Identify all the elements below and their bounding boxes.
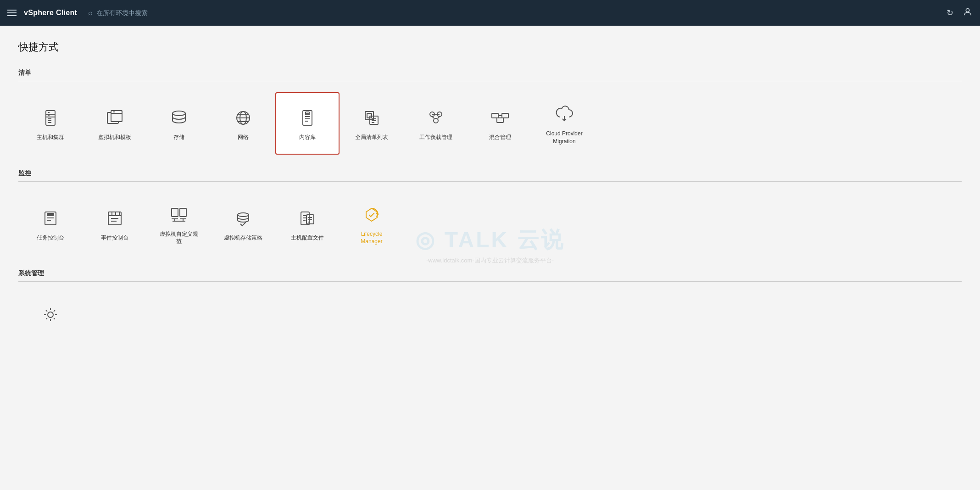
- item-cloud-provider[interactable]: Cloud ProviderMigration: [532, 92, 596, 155]
- label-workload-mgmt: 工作负载管理: [419, 134, 452, 141]
- jiankong-grid: 任务控制台 事件控制台: [18, 193, 962, 255]
- label-cloud-provider: Cloud ProviderMigration: [546, 130, 582, 145]
- item-network[interactable]: 网络: [211, 92, 275, 155]
- item-system-placeholder[interactable]: [18, 293, 83, 340]
- item-vm-storage-policy[interactable]: 虚拟机存储策略: [211, 193, 275, 255]
- item-lifecycle-manager[interactable]: LifecycleManager: [340, 193, 404, 255]
- section-label-jiankong: 监控: [18, 169, 962, 178]
- section-label-qingdan: 清单: [18, 69, 962, 77]
- label-global-inventory: 全局清单列表: [355, 134, 388, 141]
- label-network: 网络: [238, 134, 249, 141]
- label-content-library: 内容库: [299, 134, 316, 141]
- topbar: vSphere Client ⌕ ↻: [0, 0, 980, 26]
- qingdan-grid: 主机和集群 虚拟机和模板 存储: [18, 92, 962, 155]
- item-host-profiles[interactable]: 主机配置文件: [275, 193, 340, 255]
- label-task-console: 任务控制台: [37, 234, 64, 242]
- svg-point-74: [48, 312, 53, 317]
- item-hosts-clusters[interactable]: 主机和集群: [18, 92, 83, 155]
- divider-jiankong: [18, 181, 962, 182]
- xitong-grid: [18, 293, 962, 340]
- label-hybrid-mgmt: 混合管理: [489, 134, 511, 141]
- section-jiankong: 监控 任务控制台: [18, 169, 962, 255]
- item-content-library[interactable]: 内容库: [275, 92, 340, 155]
- label-host-profiles: 主机配置文件: [291, 234, 324, 242]
- svg-rect-41: [497, 118, 503, 122]
- search-icon: ⌕: [88, 9, 93, 17]
- item-storage[interactable]: 存储: [147, 92, 211, 155]
- svg-rect-20: [303, 111, 312, 125]
- svg-point-14: [173, 111, 185, 116]
- section-label-xitong: 系统管理: [18, 269, 962, 278]
- label-vm-storage-policy: 虚拟机存储策略: [224, 234, 262, 242]
- app-title: vSphere Client: [24, 9, 77, 17]
- menu-icon[interactable]: [7, 10, 17, 16]
- topbar-right: ↻: [947, 7, 973, 19]
- label-storage: 存储: [173, 134, 184, 141]
- svg-rect-40: [502, 113, 508, 118]
- user-icon[interactable]: [963, 7, 973, 19]
- svg-rect-39: [492, 113, 498, 118]
- item-global-inventory[interactable]: 全局清单列表: [340, 92, 404, 155]
- svg-rect-57: [172, 208, 178, 217]
- label-vms-templates: 虚拟机和模板: [98, 134, 131, 141]
- page-title: 快捷方式: [18, 40, 962, 54]
- label-vm-custom-rules: 虚拟机自定义规范: [160, 230, 198, 246]
- svg-point-0: [966, 8, 969, 11]
- svg-rect-10: [111, 111, 122, 122]
- refresh-icon[interactable]: ↻: [947, 8, 953, 18]
- item-workload-mgmt[interactable]: 工作负载管理: [404, 92, 468, 155]
- label-hosts-clusters: 主机和集群: [37, 134, 64, 141]
- item-vm-custom-rules[interactable]: 虚拟机自定义规范: [147, 193, 211, 255]
- label-lifecycle-manager: LifecycleManager: [361, 230, 382, 246]
- svg-line-37: [438, 117, 440, 118]
- label-event-console: 事件控制台: [101, 234, 128, 242]
- svg-rect-58: [180, 208, 186, 217]
- svg-rect-49: [47, 213, 54, 215]
- svg-marker-73: [366, 208, 377, 221]
- divider-qingdan: [18, 81, 962, 81]
- search-input[interactable]: [96, 9, 188, 17]
- item-hybrid-mgmt[interactable]: 混合管理: [468, 92, 532, 155]
- divider-xitong: [18, 281, 962, 282]
- svg-line-36: [432, 117, 434, 118]
- item-task-console[interactable]: 任务控制台: [18, 193, 83, 255]
- svg-rect-25: [306, 112, 309, 114]
- svg-point-35: [434, 118, 438, 123]
- svg-rect-1: [46, 111, 55, 125]
- svg-point-64: [238, 213, 249, 217]
- section-qingdan: 清单 主机和集群: [18, 69, 962, 155]
- item-event-console[interactable]: 事件控制台: [83, 193, 147, 255]
- item-vms-templates[interactable]: 虚拟机和模板: [83, 92, 147, 155]
- section-xitong: 系统管理: [18, 269, 962, 340]
- search-bar[interactable]: ⌕: [88, 9, 939, 17]
- main-content: 快捷方式 清单 主机和集群: [0, 26, 980, 490]
